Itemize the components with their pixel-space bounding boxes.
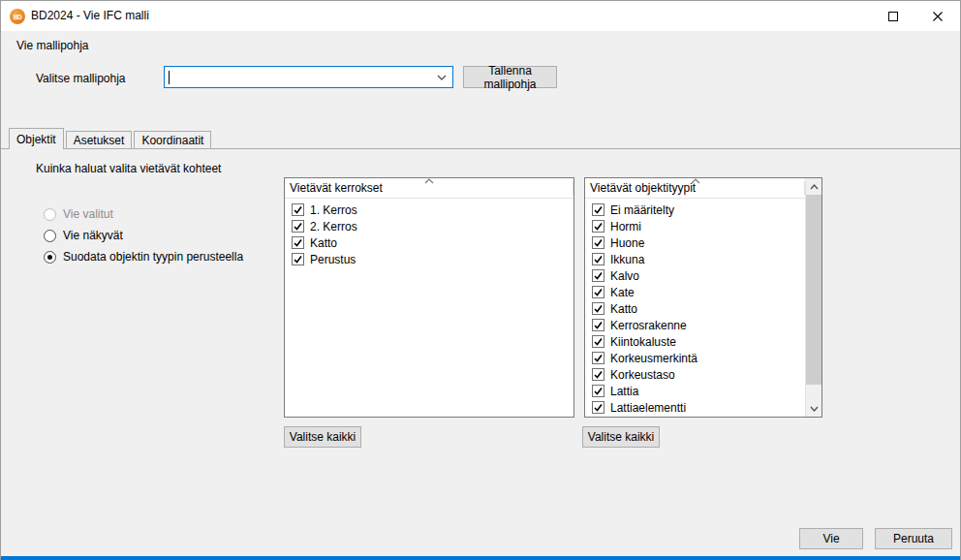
sort-ascending-icon <box>424 178 434 184</box>
tab-strip: Objektit Asetukset Koordinaatit <box>1 130 961 149</box>
object-type-checkbox[interactable] <box>592 203 604 216</box>
types-list-header[interactable]: Vietävät objektityypit <box>585 178 822 199</box>
object-type-checkbox[interactable] <box>592 385 604 397</box>
export-ifc-dialog: BD BD2024 - Vie IFC malli Vie mallipohja… <box>0 0 961 560</box>
radio-option[interactable]: Suodata objektin tyypin perusteella <box>44 249 243 264</box>
layer-row[interactable]: Perustus <box>285 251 574 267</box>
window-title: BD2024 - Vie IFC malli <box>31 1 149 31</box>
layer-label: Katto <box>310 236 337 250</box>
layer-checkbox[interactable] <box>292 203 304 216</box>
object-type-row[interactable]: Kiintokaluste <box>585 333 807 350</box>
object-type-row[interactable]: Ei määritelty <box>585 202 807 218</box>
object-type-checkbox[interactable] <box>592 269 604 282</box>
object-type-label: Ei määritelty <box>610 203 674 217</box>
layer-row[interactable]: 2. Kerros <box>285 218 574 234</box>
object-types-listview[interactable]: Vietävät objektityypit Ei määritelty <box>584 177 822 418</box>
object-type-checkbox[interactable] <box>592 319 604 331</box>
layer-label: 1. Kerros <box>310 203 357 217</box>
layer-checkbox[interactable] <box>292 220 304 233</box>
window-controls <box>871 1 960 31</box>
object-type-label: Hormi <box>610 220 641 233</box>
tab[interactable]: Asetukset <box>66 131 133 148</box>
window-bottom-border <box>1 556 960 560</box>
object-type-checkbox[interactable] <box>592 302 604 315</box>
object-type-label: Lattia <box>610 385 638 398</box>
object-type-checkbox[interactable] <box>592 401 604 414</box>
cancel-button[interactable]: Peruuta <box>875 528 952 549</box>
sort-ascending-icon <box>691 178 700 184</box>
types-items: Ei määritelty Hormi Huone <box>585 199 807 416</box>
layers-listview[interactable]: Vietävät kerrokset 1. Kerros 2. <box>284 177 574 418</box>
tab[interactable]: Objektit <box>9 128 64 149</box>
layer-row[interactable]: Katto <box>285 234 574 251</box>
object-type-row[interactable]: Korkeustaso <box>585 366 807 383</box>
layer-row[interactable]: 1. Kerros <box>285 202 574 218</box>
maximize-button[interactable] <box>871 1 915 31</box>
chevron-down-icon[interactable] <box>433 68 450 86</box>
object-type-row[interactable]: Kate <box>585 284 807 300</box>
selection-radio-group: Vie valitut Vie näkyvät Suodata objektin… <box>44 206 243 264</box>
tab[interactable]: Koordinaatit <box>134 131 211 148</box>
object-type-row[interactable]: Lattia <box>585 383 807 399</box>
export-button[interactable]: Vie <box>799 528 863 549</box>
object-type-row[interactable]: Lattiaelementti <box>585 399 807 416</box>
radio-button[interactable] <box>44 208 56 221</box>
selection-question-label: Kuinka haluat valita vietävät kohteet <box>36 162 221 175</box>
object-type-row[interactable]: Kalvo <box>585 267 807 284</box>
radio-option[interactable]: Vie näkyvät <box>44 228 243 243</box>
object-type-checkbox[interactable] <box>592 286 604 298</box>
maximize-icon <box>888 12 898 21</box>
layer-label: Perustus <box>310 253 356 266</box>
scrollbar-thumb[interactable] <box>806 195 822 385</box>
radio-button[interactable] <box>44 251 56 264</box>
object-type-label: Huone <box>610 236 644 250</box>
close-icon <box>933 12 943 21</box>
object-type-label: Kalvo <box>610 269 639 283</box>
object-type-row[interactable]: Hormi <box>585 218 807 234</box>
object-type-row[interactable]: Ikkuna <box>585 251 807 267</box>
radio-label: Vie valitut <box>63 207 113 221</box>
select-all-types-button[interactable]: Valitse kaikki <box>582 426 660 448</box>
object-type-checkbox[interactable] <box>592 253 604 265</box>
tab-label: Objektit <box>16 133 56 146</box>
object-type-checkbox[interactable] <box>592 335 604 348</box>
template-combo-label: Valitse mallipohja <box>36 72 126 85</box>
layer-checkbox[interactable] <box>292 236 304 249</box>
object-type-checkbox[interactable] <box>592 352 604 364</box>
save-template-button[interactable]: Tallenna mallipohja <box>463 66 557 88</box>
object-type-label: Kerrosrakenne <box>610 319 687 332</box>
object-type-label: Korkeusmerkintä <box>610 352 698 365</box>
object-type-checkbox[interactable] <box>592 368 604 381</box>
object-type-label: Ikkuna <box>610 253 644 266</box>
object-type-label: Kiintokaluste <box>610 335 676 349</box>
tab-label: Koordinaatit <box>141 134 203 147</box>
object-type-row[interactable]: Kerrosrakenne <box>585 317 807 333</box>
object-type-label: Korkeustaso <box>610 368 675 382</box>
object-type-row[interactable]: Korkeusmerkintä <box>585 350 807 366</box>
radio-button[interactable] <box>44 230 56 242</box>
scroll-up-icon[interactable] <box>806 178 822 195</box>
layer-checkbox[interactable] <box>292 253 304 265</box>
object-type-row[interactable]: Huone <box>585 234 807 251</box>
radio-label: Suodata objektin tyypin perusteella <box>63 250 243 264</box>
object-type-label: Kate <box>610 286 635 299</box>
select-all-layers-button[interactable]: Valitse kaikki <box>284 426 361 448</box>
tab-label: Asetukset <box>74 134 125 147</box>
layer-label: 2. Kerros <box>310 220 357 233</box>
radio-label: Vie näkyvät <box>63 229 123 242</box>
layers-items: 1. Kerros 2. Kerros Katto <box>285 199 574 267</box>
types-header-label: Vietävät objektityypit <box>590 181 696 195</box>
layers-header-label: Vietävät kerrokset <box>290 181 383 195</box>
close-button[interactable] <box>915 1 960 31</box>
template-combobox[interactable] <box>164 66 453 88</box>
text-cursor <box>169 71 170 84</box>
radio-option[interactable]: Vie valitut <box>44 206 243 222</box>
object-type-label: Lattiaelementti <box>610 401 686 415</box>
template-group-label: Vie mallipohja <box>16 39 89 52</box>
object-type-checkbox[interactable] <box>592 220 604 233</box>
object-type-row[interactable]: Katto <box>585 300 807 317</box>
object-type-checkbox[interactable] <box>592 236 604 249</box>
vertical-scrollbar[interactable] <box>805 178 822 417</box>
scroll-down-icon[interactable] <box>806 400 822 417</box>
layers-list-header[interactable]: Vietävät kerrokset <box>285 178 574 199</box>
